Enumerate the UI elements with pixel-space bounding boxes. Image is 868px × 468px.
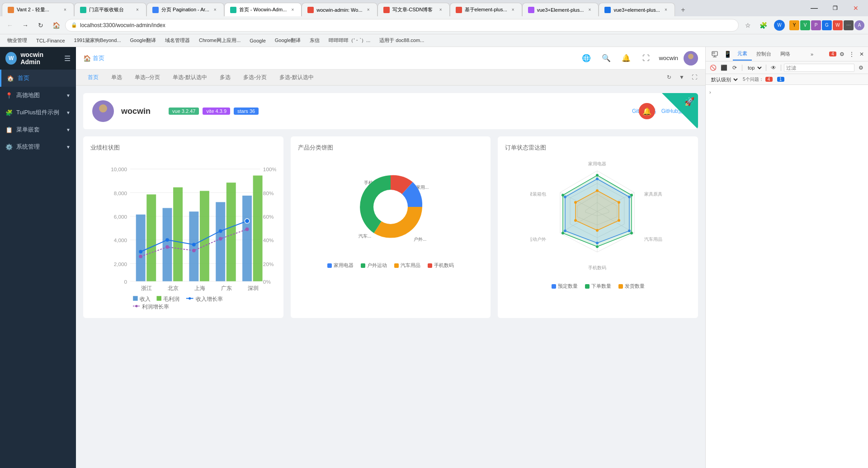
bookmark-8[interactable]: Google翻译 bbox=[271, 36, 304, 45]
devtools-device-button[interactable]: 📱 bbox=[722, 47, 733, 61]
ext-icon-1[interactable]: Y bbox=[789, 20, 799, 30]
tab-single[interactable]: 单选 bbox=[105, 70, 128, 86]
back-button[interactable]: ← bbox=[4, 19, 16, 32]
devtools-inspect-button[interactable] bbox=[708, 47, 722, 61]
devtools-tab-elements[interactable]: 元素 bbox=[733, 47, 752, 61]
url-bar[interactable]: 🔒 localhost:3300/wocwin-admin/index bbox=[65, 19, 739, 32]
tab-multi-default[interactable]: 多选-默认选中 bbox=[273, 70, 320, 86]
dt-stop-button[interactable]: ⬛ bbox=[719, 63, 728, 72]
sidebar-item-home[interactable]: 🏠 首页 bbox=[0, 70, 76, 87]
tab-single-page[interactable]: 单选--分页 bbox=[128, 70, 166, 86]
close-button[interactable]: ✕ bbox=[845, 0, 866, 16]
profile-button[interactable]: W bbox=[774, 20, 785, 31]
dt-refresh-button[interactable]: ⟳ bbox=[730, 63, 739, 72]
ext-icon-6[interactable]: ⋯ bbox=[844, 20, 854, 30]
svg-text:家用电器: 家用电器 bbox=[588, 161, 606, 166]
devtools-close-button[interactable]: ✕ bbox=[857, 50, 866, 59]
tab-favicon-3 bbox=[152, 7, 159, 13]
browser-tab-4[interactable]: 首页 - Wocwin-Adm... × bbox=[224, 3, 302, 16]
translate-button[interactable]: 🌐 bbox=[579, 51, 594, 66]
dt-top-select[interactable]: top bbox=[745, 65, 763, 71]
bookmark-9[interactable]: 东信 bbox=[306, 36, 323, 45]
minimize-button[interactable]: — bbox=[804, 0, 825, 16]
dt-eye-button[interactable]: 👁 bbox=[769, 63, 778, 72]
bookmark-5[interactable]: 域名管理器 bbox=[161, 36, 193, 45]
tab-multi-page[interactable]: 多选-分页 bbox=[237, 70, 273, 86]
legend-item-shipped: 发货数量 bbox=[618, 283, 645, 290]
dt-disable-button[interactable]: 🚫 bbox=[708, 63, 717, 72]
bookmark-7[interactable]: Google bbox=[246, 37, 269, 44]
main-content: 🏠 首页 🌐 🔍 🔔 ⛶ wocwin bbox=[76, 47, 705, 468]
dt-filter-settings-button[interactable]: ⚙ bbox=[856, 63, 865, 72]
donut-svg: 手机... 家用... 汽车... 户外... bbox=[334, 157, 447, 257]
home-button[interactable]: 🏠 bbox=[50, 19, 62, 32]
browser-tab-2[interactable]: 门店平板收银台 × bbox=[74, 3, 146, 16]
refresh-button[interactable]: ↻ bbox=[34, 19, 47, 32]
bookmark-bar: 物业管理 TCL-Finance 1991黛家狗Beyond... Google… bbox=[0, 34, 868, 47]
extension-button[interactable]: 🧩 bbox=[757, 19, 769, 32]
search-button[interactable]: 🔍 bbox=[599, 51, 613, 66]
browser-tab-6[interactable]: 写文章-CSDN博客 × bbox=[377, 3, 450, 16]
bookmark-button[interactable]: ☆ bbox=[741, 19, 754, 32]
legend-item-appliance: 家用电器 bbox=[327, 262, 354, 269]
sidebar-menu-button[interactable]: ☰ bbox=[64, 54, 71, 63]
tab-more-button[interactable]: ▼ bbox=[676, 72, 687, 83]
devtools-more-options-button[interactable]: ⋮ bbox=[847, 50, 856, 59]
dt-sep-1 bbox=[742, 65, 742, 71]
tab-close-7[interactable]: × bbox=[510, 7, 516, 13]
bookmark-1[interactable]: 物业管理 bbox=[4, 36, 31, 45]
tab-close-8[interactable]: × bbox=[586, 7, 593, 13]
restore-button[interactable]: ❐ bbox=[825, 0, 845, 16]
browser-tab-9[interactable]: vue3+element-plus... × bbox=[599, 3, 675, 16]
bookmark-3[interactable]: 1991黛家狗Beyond... bbox=[71, 36, 125, 45]
svg-point-3 bbox=[97, 114, 109, 121]
sidebar-item-tuiplus[interactable]: 🧩 TuiPlus组件示例 ▼ bbox=[0, 104, 76, 121]
devtools-tab-console[interactable]: 控制台 bbox=[752, 48, 776, 60]
devtools-arrow[interactable]: › bbox=[709, 89, 864, 96]
tab-multi[interactable]: 多选 bbox=[213, 70, 237, 86]
bookmark-2[interactable]: TCL-Finance bbox=[33, 37, 69, 44]
bell-button[interactable]: 🔔 bbox=[619, 51, 633, 66]
new-tab-button[interactable]: + bbox=[677, 4, 689, 16]
ext-icon-2[interactable]: V bbox=[800, 20, 810, 30]
dt-filter-input[interactable] bbox=[784, 64, 854, 72]
tab-close-2[interactable]: × bbox=[134, 7, 141, 13]
forward-button[interactable]: → bbox=[19, 19, 32, 32]
bookmark-4[interactable]: Google翻译 bbox=[127, 36, 160, 45]
tab-refresh-button[interactable]: ↻ bbox=[664, 72, 675, 83]
tab-close-1[interactable]: × bbox=[62, 7, 68, 13]
devtools-settings-button[interactable]: ⚙ bbox=[837, 50, 846, 59]
legend-dot-booked bbox=[552, 284, 556, 289]
ext-icon-4[interactable]: G bbox=[822, 20, 832, 30]
sidebar-item-menu[interactable]: 📋 菜单嵌套 ▼ bbox=[0, 121, 76, 138]
bookmark-6[interactable]: Chrome网上应用... bbox=[195, 36, 244, 45]
tab-close-4[interactable]: × bbox=[289, 7, 296, 13]
ext-icon-3[interactable]: P bbox=[811, 20, 821, 30]
tab-home[interactable]: 首页 bbox=[81, 70, 105, 86]
tab-label-4: 首页 - Wocwin-Adm... bbox=[239, 6, 287, 13]
tab-close-5[interactable]: × bbox=[365, 7, 372, 13]
dt-level-select[interactable]: 默认级别 bbox=[708, 76, 739, 83]
browser-tab-3[interactable]: 分页 Pagination - Ar... × bbox=[146, 3, 224, 16]
ext-icon-5[interactable]: W bbox=[833, 20, 843, 30]
devtools-tab-network[interactable]: 网络 bbox=[776, 48, 795, 60]
browser-tab-7[interactable]: 基于element-plus... × bbox=[450, 3, 522, 16]
tab-close-6[interactable]: × bbox=[438, 7, 444, 13]
browser-tab-8[interactable]: vue3+Element-plus... × bbox=[522, 3, 599, 16]
svg-rect-24 bbox=[163, 208, 172, 281]
sidebar-item-settings[interactable]: ⚙️ 系统管理 ▼ bbox=[0, 138, 76, 155]
devtools-more-button[interactable]: » bbox=[807, 50, 817, 59]
tab-favicon-6 bbox=[383, 7, 390, 13]
tab-close-9[interactable]: × bbox=[663, 7, 669, 13]
sidebar-item-map[interactable]: 📍 高德地图 ▼ bbox=[0, 87, 76, 104]
notification-bell-button[interactable]: 🔔 bbox=[639, 103, 655, 119]
browser-tab-1[interactable]: Vant 2 - 轻量... × bbox=[2, 3, 74, 16]
tab-single-default[interactable]: 单选-默认选中 bbox=[166, 70, 213, 86]
tab-fullscreen-button[interactable]: ⛶ bbox=[689, 72, 700, 83]
browser-tab-5[interactable]: wocwin-admin: Wo... × bbox=[302, 3, 377, 16]
bookmark-10[interactable]: 咩咩咩咩（'・`）... bbox=[325, 36, 374, 45]
user-profile-icon[interactable]: A bbox=[854, 20, 864, 30]
fullscreen-button[interactable]: ⛶ bbox=[639, 51, 653, 66]
tab-close-3[interactable]: × bbox=[212, 7, 218, 13]
bookmark-11[interactable]: 适用于 doc88.com... bbox=[376, 36, 428, 45]
